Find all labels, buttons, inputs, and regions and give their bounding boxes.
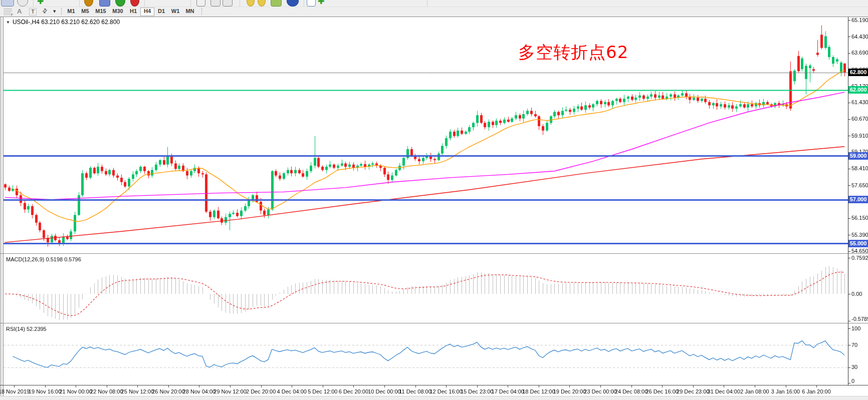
mt4-window: ✚✚ TF A T ⇅ ▼ M1M5M15M30H1H4D1W1MN ▼USOi… xyxy=(0,0,868,400)
chart-canvas[interactable] xyxy=(0,0,868,400)
